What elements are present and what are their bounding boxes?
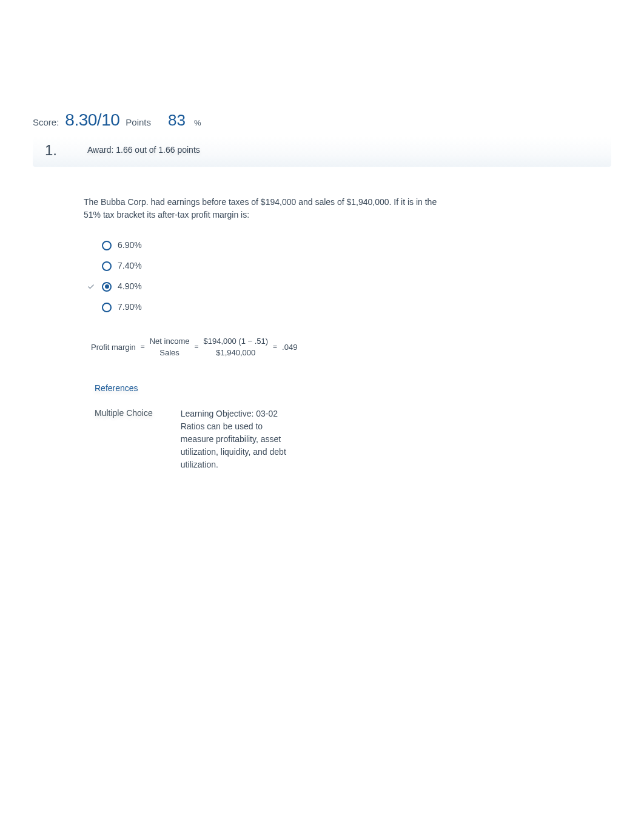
option-1[interactable]: 6.90% bbox=[86, 240, 611, 252]
formula: Profit margin = Net income Sales = $194,… bbox=[84, 337, 611, 358]
score-row: Score: 8.30/10 Points 83 % bbox=[33, 108, 611, 132]
option-label: 7.90% bbox=[118, 301, 142, 314]
equals-sign: = bbox=[273, 342, 277, 352]
equals-sign: = bbox=[194, 342, 198, 352]
option-label: 7.40% bbox=[118, 260, 142, 272]
references-body: Multiple Choice Learning Objective: 03-0… bbox=[84, 407, 611, 471]
score-value: 8.30/10 bbox=[65, 108, 119, 132]
fraction-numerator: $194,000 (1 − .51) bbox=[203, 337, 268, 347]
check-placeholder bbox=[86, 241, 96, 250]
radio-icon-selected bbox=[102, 282, 112, 292]
option-3[interactable]: 4.90% bbox=[86, 281, 611, 293]
fraction-2: $194,000 (1 − .51) $1,940,000 bbox=[203, 337, 268, 358]
radio-icon bbox=[102, 241, 112, 250]
question-block: 1. Award: 1.66 out of 1.66 points The Bu… bbox=[33, 136, 611, 471]
fraction-numerator: Net income bbox=[150, 337, 190, 347]
references-link[interactable]: References bbox=[84, 383, 611, 395]
radio-icon bbox=[102, 261, 112, 271]
question-number: 1. bbox=[45, 140, 57, 161]
award-row: 1. Award: 1.66 out of 1.66 points bbox=[33, 136, 611, 167]
fraction-1: Net income Sales bbox=[150, 337, 190, 358]
formula-lhs: Profit margin bbox=[91, 342, 136, 353]
option-4[interactable]: 7.90% bbox=[86, 301, 611, 314]
score-points-label: Points bbox=[126, 116, 151, 129]
option-2[interactable]: 7.40% bbox=[86, 260, 611, 272]
fraction-denominator: Sales bbox=[159, 347, 179, 358]
option-label: 4.90% bbox=[118, 281, 142, 293]
check-icon bbox=[86, 282, 96, 292]
award-text: Award: 1.66 out of 1.66 points bbox=[87, 144, 200, 156]
score-percent: 83 bbox=[168, 109, 186, 131]
check-placeholder bbox=[86, 303, 96, 312]
fraction-denominator: $1,940,000 bbox=[216, 347, 255, 358]
equals-sign: = bbox=[141, 342, 145, 352]
formula-result: .049 bbox=[282, 342, 297, 353]
option-label: 6.90% bbox=[118, 240, 142, 252]
score-percent-symbol: % bbox=[192, 118, 201, 129]
options-list: 6.90% 7.40% 4.90% 7.90% bbox=[84, 240, 611, 314]
check-placeholder bbox=[86, 261, 96, 271]
score-label: Score: bbox=[33, 116, 59, 129]
learning-objective: Learning Objective: 03-02 Ratios can be … bbox=[181, 407, 290, 471]
question-type-label: Multiple Choice bbox=[95, 407, 153, 471]
radio-icon bbox=[102, 303, 112, 312]
question-text: The Bubba Corp. had earnings before taxe… bbox=[84, 196, 611, 221]
